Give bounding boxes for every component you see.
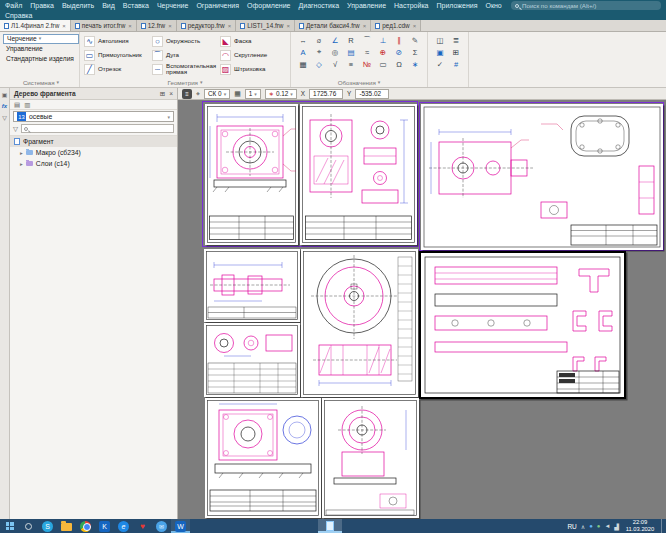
asterisk-icon[interactable]: ∗ — [407, 58, 423, 70]
sum-icon[interactable]: Σ — [407, 46, 423, 58]
word-button[interactable]: W — [171, 519, 190, 533]
text-icon[interactable]: A — [295, 46, 311, 58]
views-icon[interactable]: ◫ — [432, 34, 448, 46]
drawing-sheet-side-view[interactable] — [421, 104, 663, 250]
menu-item-view[interactable]: Вид — [102, 2, 115, 9]
tree-search-input[interactable] — [21, 124, 174, 133]
antivirus-tray-icon[interactable]: ● — [597, 523, 601, 529]
scale-select[interactable]: 1 ▾ — [245, 89, 261, 99]
leader-icon[interactable]: ✎ — [407, 34, 423, 46]
tab-close-icon[interactable]: × — [168, 23, 172, 29]
tool-construction-line[interactable]: ┈ Вспомогательная прямая — [152, 62, 218, 76]
tray-expand-icon[interactable]: ∧ — [581, 523, 585, 530]
drawing-sheet-assembly-section[interactable] — [300, 104, 417, 245]
document-tab[interactable]: Детали бакси4.frw × — [295, 20, 371, 31]
dim-arc-icon[interactable]: ⌒ — [359, 34, 375, 46]
language-indicator[interactable]: RU — [567, 523, 576, 530]
frame-icon[interactable]: ▭ — [375, 58, 391, 70]
file-explorer-button[interactable] — [57, 519, 76, 533]
drawing-sheet-details[interactable] — [204, 323, 300, 397]
ribbon-set-drawing[interactable]: Черчение ▾ — [3, 34, 79, 44]
menu-item-edit[interactable]: Правка — [30, 2, 54, 9]
tool-segment[interactable]: ╱ Отрезок — [84, 62, 150, 76]
tool-fillet[interactable]: ◠ Скругление — [220, 48, 286, 62]
properties-menu-icon[interactable]: ≡ — [182, 89, 192, 99]
skype-button[interactable]: S — [38, 519, 57, 533]
variables-button[interactable]: fx — [2, 103, 7, 109]
y-coordinate-field[interactable]: -535.02 — [355, 89, 389, 99]
snap-step-select[interactable]: ∗ 0.12 ▾ — [265, 89, 297, 99]
check-icon[interactable]: ✓ — [432, 58, 448, 70]
document-tab[interactable]: ред1.cdw × — [371, 20, 421, 31]
tree-view-icon[interactable]: ▤ — [14, 101, 20, 109]
drawing-sheet-plan-view[interactable] — [205, 398, 321, 518]
list-view-icon[interactable]: ▥ — [24, 101, 30, 109]
document-tab[interactable]: 12.frw × — [137, 20, 177, 31]
panel-close-icon[interactable]: × — [169, 90, 173, 97]
tool-chamfer[interactable]: ◣ Фаска — [220, 34, 286, 48]
current-layer-select[interactable]: 13 осевые ▾ — [13, 111, 174, 122]
mail-button[interactable]: ✉ — [152, 519, 171, 533]
document-tab[interactable]: LISTI_14.frw × — [236, 20, 295, 31]
drawing-sheet-wheel[interactable] — [301, 249, 418, 397]
datum-icon[interactable]: ◎ — [327, 46, 343, 58]
axis-icon[interactable]: ≡ — [343, 58, 359, 70]
kompas-button[interactable]: K — [95, 519, 114, 533]
tab-close-icon[interactable]: × — [363, 23, 367, 29]
expand-icon[interactable]: ▸ — [20, 150, 23, 156]
menu-item-window[interactable]: Окно — [485, 2, 501, 9]
document-tab[interactable]: печать итог.frw × — [71, 20, 137, 31]
menu-item-management[interactable]: Управление — [347, 2, 386, 9]
grid-snap-icon[interactable]: # — [448, 58, 464, 70]
onedrive-tray-icon[interactable]: ● — [589, 523, 593, 529]
center-marker-icon[interactable]: ⌖ — [311, 46, 327, 58]
panel-pin-icon[interactable]: ⊞ — [160, 90, 165, 98]
menu-item-layout[interactable]: Оформление — [247, 2, 290, 9]
drawing-sheet-motor[interactable] — [322, 398, 419, 518]
show-desktop-button[interactable] — [661, 519, 665, 533]
active-kompas-task[interactable] — [318, 519, 342, 533]
tree-item-layers[interactable]: ▸ Слои (с14) — [10, 158, 177, 169]
snap-target-icon[interactable]: ⌖ — [196, 90, 200, 98]
tool-arc[interactable]: ⌒ Дуга — [152, 48, 218, 62]
volume-icon[interactable]: ◄ — [604, 523, 610, 529]
tree-root-fragment[interactable]: Фрагмент — [10, 136, 177, 147]
menu-item-file[interactable]: Файл — [5, 2, 22, 9]
dim-radial-icon[interactable]: R — [343, 34, 359, 46]
tool-autoline[interactable]: ∿ Автолиния — [84, 34, 150, 48]
omega-icon[interactable]: Ω — [391, 58, 407, 70]
grid-toggle-icon[interactable]: ▦ — [234, 90, 241, 98]
menu-item-drawing[interactable]: Черчение — [157, 2, 189, 9]
tree-filter-icon[interactable]: ▽ — [13, 125, 18, 133]
chrome-button[interactable] — [76, 519, 95, 533]
drawing-sheet-assembly-front[interactable] — [205, 104, 298, 245]
drawing-sheet-bars-active[interactable] — [419, 251, 626, 399]
health-button[interactable]: ♥ — [133, 519, 152, 533]
menu-item-help[interactable]: Справка — [5, 12, 32, 19]
weld-icon[interactable]: ⊕ — [375, 46, 391, 58]
tab-close-icon[interactable]: × — [228, 23, 232, 29]
number-icon[interactable]: № — [359, 58, 375, 70]
ribbon-set-management[interactable]: Управление — [3, 44, 79, 54]
hatch-area-icon[interactable]: ▦ — [295, 58, 311, 70]
edge-button[interactable]: e — [114, 519, 133, 533]
tool-rectangle[interactable]: ▭ Прямоугольник — [84, 48, 150, 62]
x-coordinate-field[interactable]: 1725.76 — [309, 89, 343, 99]
command-search[interactable] — [511, 1, 661, 10]
menu-item-select[interactable]: Выделить — [62, 2, 94, 9]
tool-circle[interactable]: ○ Окружность — [152, 34, 218, 48]
dim-linear-icon[interactable]: ↔ — [295, 34, 311, 46]
wave-line-icon[interactable]: ≈ — [359, 46, 375, 58]
fragment-icon[interactable]: ▣ — [432, 46, 448, 58]
coordinate-system-select[interactable]: СК 0 ▾ — [204, 89, 230, 99]
ribbon-set-standard-parts[interactable]: Стандартные изделия — [3, 54, 79, 64]
menu-item-constraints[interactable]: Ограничения — [196, 2, 239, 9]
tab-close-icon[interactable]: × — [286, 23, 290, 29]
insert-view-icon[interactable]: ⊞ — [448, 46, 464, 58]
document-tab[interactable]: редуктор.frw × — [177, 20, 237, 31]
panel-toggle-icon[interactable]: ▣ — [2, 91, 8, 98]
menu-item-applications[interactable]: Приложения — [437, 2, 478, 9]
start-button[interactable] — [0, 519, 19, 533]
tab-close-icon[interactable]: × — [128, 23, 132, 29]
drawing-sheet-shaft[interactable] — [204, 249, 300, 322]
